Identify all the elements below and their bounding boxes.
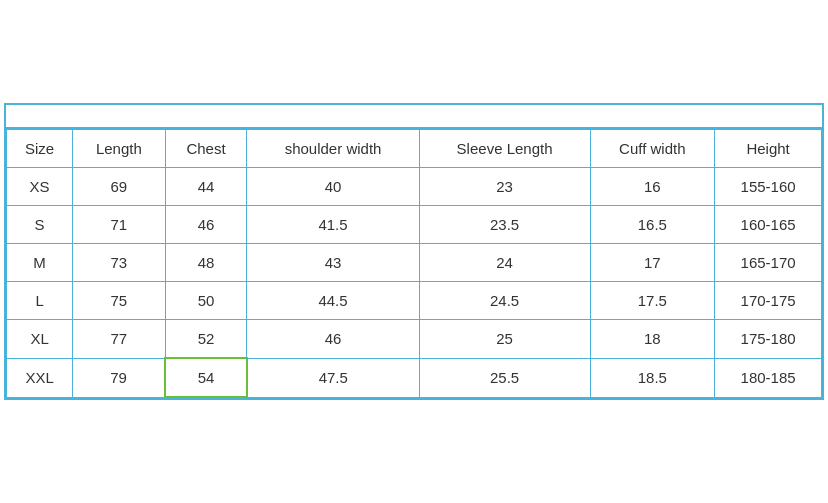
table-cell: 16.5 [590, 206, 715, 244]
table-cell: 180-185 [715, 358, 822, 397]
table-cell: 54 [165, 358, 247, 397]
table-cell: 52 [165, 320, 247, 359]
table-cell: 44.5 [247, 282, 419, 320]
table-cell: 18 [590, 320, 715, 359]
col-header-sleeve: Sleeve Length [419, 130, 590, 168]
table-cell: 73 [73, 244, 165, 282]
table-cell: L [7, 282, 73, 320]
table-row: S714641.523.516.5160-165 [7, 206, 822, 244]
table-cell: M [7, 244, 73, 282]
chart-title [6, 105, 822, 129]
table-cell: 46 [165, 206, 247, 244]
table-cell: 17 [590, 244, 715, 282]
col-header-shoulder: shoulder width [247, 130, 419, 168]
table-cell: XS [7, 168, 73, 206]
table-cell: 71 [73, 206, 165, 244]
table-cell: S [7, 206, 73, 244]
table-row: XL7752462518175-180 [7, 320, 822, 359]
table-cell: 160-165 [715, 206, 822, 244]
table-cell: 155-160 [715, 168, 822, 206]
col-header-cuff: Cuff width [590, 130, 715, 168]
table-cell: XL [7, 320, 73, 359]
table-cell: 24.5 [419, 282, 590, 320]
table-cell: XXL [7, 358, 73, 397]
table-row: L755044.524.517.5170-175 [7, 282, 822, 320]
col-header-size: Size [7, 130, 73, 168]
table-cell: 18.5 [590, 358, 715, 397]
table-cell: 17.5 [590, 282, 715, 320]
table-cell: 24 [419, 244, 590, 282]
table-cell: 40 [247, 168, 419, 206]
col-header-length: Length [73, 130, 165, 168]
table-header-row: Size Length Chest shoulder width Sleeve … [7, 130, 822, 168]
size-chart-container: Size Length Chest shoulder width Sleeve … [4, 103, 824, 400]
table-cell: 77 [73, 320, 165, 359]
table-cell: 16 [590, 168, 715, 206]
table-cell: 175-180 [715, 320, 822, 359]
col-header-height: Height [715, 130, 822, 168]
table-cell: 43 [247, 244, 419, 282]
table-cell: 170-175 [715, 282, 822, 320]
size-table: Size Length Chest shoulder width Sleeve … [6, 129, 822, 398]
table-cell: 23.5 [419, 206, 590, 244]
table-cell: 79 [73, 358, 165, 397]
table-cell: 44 [165, 168, 247, 206]
table-cell: 25.5 [419, 358, 590, 397]
table-cell: 69 [73, 168, 165, 206]
col-header-chest: Chest [165, 130, 247, 168]
table-cell: 46 [247, 320, 419, 359]
table-cell: 23 [419, 168, 590, 206]
table-body: XS6944402316155-160S714641.523.516.5160-… [7, 168, 822, 398]
table-cell: 75 [73, 282, 165, 320]
table-cell: 48 [165, 244, 247, 282]
table-cell: 165-170 [715, 244, 822, 282]
table-row: XXL795447.525.518.5180-185 [7, 358, 822, 397]
table-cell: 25 [419, 320, 590, 359]
table-row: XS6944402316155-160 [7, 168, 822, 206]
table-cell: 50 [165, 282, 247, 320]
table-cell: 47.5 [247, 358, 419, 397]
table-row: M7348432417165-170 [7, 244, 822, 282]
table-cell: 41.5 [247, 206, 419, 244]
